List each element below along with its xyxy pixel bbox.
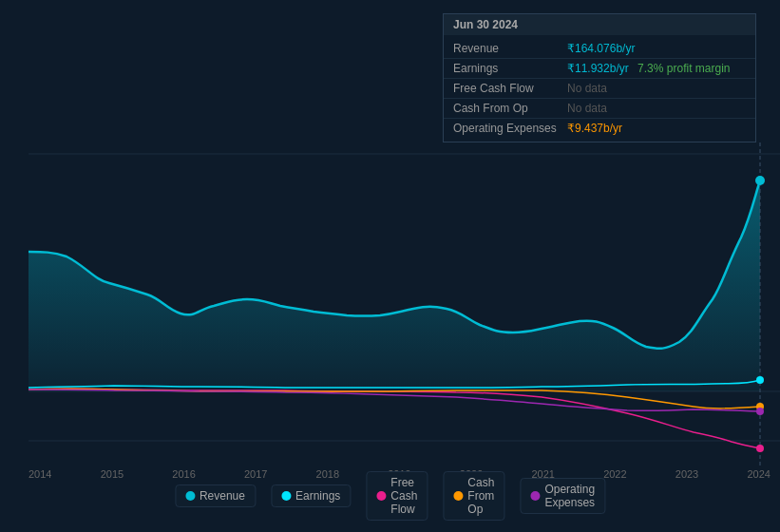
x-label-2022: 2022: [603, 468, 626, 480]
legend-earnings-label: Earnings: [295, 489, 340, 503]
earnings-dot: [281, 491, 291, 501]
earnings-value: ₹11.932b/yr 7.3% profit margin: [567, 62, 730, 75]
fcf-cursor-dot: [756, 445, 764, 452]
x-label-2015: 2015: [101, 468, 124, 480]
opex-label: Operating Expenses: [453, 122, 567, 135]
cashop-dot: [453, 491, 463, 501]
legend-fcf[interactable]: Free Cash Flow: [366, 471, 428, 521]
cashop-value: No data: [567, 102, 607, 115]
tooltip-row-fcf: Free Cash Flow No data: [444, 79, 755, 99]
revenue-value: ₹164.076b/yr: [567, 42, 635, 55]
x-label-2024: 2024: [747, 468, 770, 480]
cashop-label: Cash From Op: [453, 102, 567, 115]
x-label-2023: 2023: [675, 468, 698, 480]
tooltip-card: Jun 30 2024 Revenue ₹164.076b/yr Earning…: [443, 13, 756, 142]
revenue-label: Revenue: [453, 42, 567, 55]
tooltip-body: Revenue ₹164.076b/yr Earnings ₹11.932b/y…: [444, 35, 755, 142]
legend-fcf-label: Free Cash Flow: [390, 476, 417, 516]
legend-opex-label: Operating Expenses: [544, 483, 595, 509]
x-label-2014: 2014: [29, 468, 51, 480]
fcf-label: Free Cash Flow: [453, 82, 567, 95]
fcf-value: No data: [567, 82, 607, 95]
revenue-cursor-dot: [755, 176, 765, 185]
earnings-label: Earnings: [453, 62, 567, 75]
legend-opex[interactable]: Operating Expenses: [520, 478, 605, 514]
tooltip-row-earnings: Earnings ₹11.932b/yr 7.3% profit margin: [444, 59, 755, 79]
tooltip-row-cashop: Cash From Op No data: [444, 99, 755, 119]
chart-svg: [0, 142, 780, 484]
opex-cursor-dot: [756, 408, 764, 415]
revenue-dot: [185, 491, 195, 501]
tooltip-date: Jun 30 2024: [444, 14, 755, 35]
fcf-dot: [376, 491, 386, 501]
tooltip-row-revenue: Revenue ₹164.076b/yr: [444, 39, 755, 59]
legend-revenue-label: Revenue: [200, 489, 245, 503]
profit-margin: 7.3% profit margin: [637, 62, 730, 75]
legend-revenue[interactable]: Revenue: [175, 484, 256, 507]
tooltip-row-opex: Operating Expenses ₹9.437b/yr: [444, 119, 755, 138]
opex-dot: [530, 491, 540, 501]
legend-earnings[interactable]: Earnings: [271, 484, 351, 507]
legend-cashop-label: Cash From Op: [467, 476, 494, 516]
opex-value: ₹9.437b/yr: [567, 122, 622, 135]
legend-cashop[interactable]: Cash From Op: [443, 471, 504, 521]
legend: Revenue Earnings Free Cash Flow Cash Fro…: [175, 471, 605, 521]
earnings-cursor-dot: [756, 376, 764, 384]
